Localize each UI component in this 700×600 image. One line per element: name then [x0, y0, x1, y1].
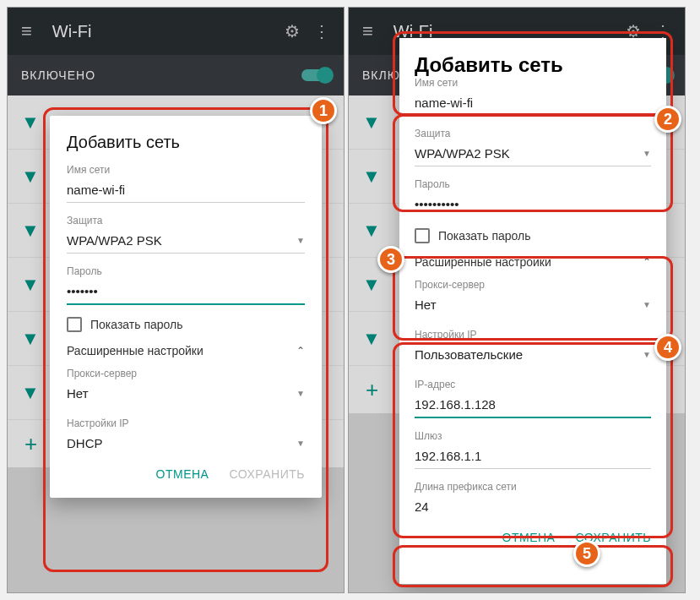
show-password-checkbox[interactable]: Показать пароль: [67, 317, 305, 332]
chevron-up-icon: ⌃: [643, 256, 651, 268]
proxy-label: Прокси-сервер: [415, 279, 651, 291]
security-dropdown[interactable]: WPA/WPA2 PSK▼: [67, 228, 305, 254]
step-badge-4: 4: [654, 334, 681, 361]
ip-settings-label: Настройки IP: [67, 417, 305, 429]
phone-right: ≡ Wi-Fi ⚙ ⋮ ВКЛЮЧЕНО ▼ ▼ ▼ ▼ ▼ + Добавит…: [348, 7, 686, 593]
chevron-down-icon: ▼: [643, 149, 651, 158]
proxy-dropdown[interactable]: Нет▼: [415, 292, 651, 317]
dialog-title: Добавить сеть: [67, 133, 305, 152]
security-label: Защита: [415, 128, 651, 139]
chevron-up-icon: ⌃: [296, 345, 305, 357]
network-name-label: Имя сети: [415, 77, 651, 89]
dialog-actions: ОТМЕНА СОХРАНИТЬ: [67, 467, 305, 481]
password-input[interactable]: ••••••••••: [415, 192, 651, 216]
proxy-dropdown[interactable]: Нет▼: [67, 381, 305, 406]
show-password-label: Показать пароль: [438, 229, 531, 243]
checkbox-icon: [415, 228, 430, 243]
ip-address-label: IP-адрес: [415, 379, 651, 390]
proxy-label: Прокси-сервер: [67, 368, 305, 379]
prefix-input[interactable]: 24: [415, 494, 651, 519]
chevron-down-icon: ▼: [296, 439, 305, 448]
chevron-down-icon: ▼: [643, 350, 651, 359]
gateway-input[interactable]: 192.168.1.1: [415, 444, 651, 469]
prefix-label: Длина префикса сети: [415, 481, 651, 493]
cancel-button[interactable]: ОТМЕНА: [156, 467, 209, 481]
network-name-label: Имя сети: [67, 164, 305, 176]
ip-settings-dropdown[interactable]: DHCP▼: [67, 431, 305, 455]
ip-address-input[interactable]: 192.168.1.128: [415, 392, 651, 418]
add-network-dialog: Добавить сеть Имя сети name-wi-fi Защита…: [50, 116, 322, 498]
save-button[interactable]: СОХРАНИТЬ: [229, 467, 305, 481]
ip-settings-label: Настройки IP: [415, 329, 651, 341]
phone-left: ≡ Wi-Fi ⚙ ⋮ ВКЛЮЧЕНО ▼ ▼ ▼ ▼ ▼ ▼ + Добав…: [7, 7, 345, 593]
advanced-toggle[interactable]: Расширенные настройки ⌃: [67, 344, 305, 357]
security-label: Защита: [67, 215, 305, 226]
password-input[interactable]: •••••••: [67, 279, 305, 305]
chevron-down-icon: ▼: [296, 236, 305, 245]
chevron-down-icon: ▼: [296, 389, 305, 398]
cancel-button[interactable]: ОТМЕНА: [502, 531, 556, 544]
advanced-toggle[interactable]: Расширенные настройки ⌃: [415, 255, 651, 269]
gateway-label: Шлюз: [415, 430, 651, 442]
password-label: Пароль: [415, 178, 651, 190]
network-name-input[interactable]: name-wi-fi: [67, 177, 305, 203]
chevron-down-icon: ▼: [643, 300, 651, 309]
step-badge-3: 3: [377, 246, 404, 273]
dialog-title: Добавить сеть: [415, 53, 651, 77]
dialog-actions: ОТМЕНА СОХРАНИТЬ: [415, 531, 651, 544]
network-name-input[interactable]: name-wi-fi: [415, 90, 651, 116]
security-dropdown[interactable]: WPA/WPA2 PSK▼: [415, 141, 651, 166]
show-password-checkbox[interactable]: Показать пароль: [415, 228, 651, 243]
password-label: Пароль: [67, 265, 305, 277]
step-badge-1: 1: [310, 97, 337, 124]
add-network-dialog: Добавить сеть Имя сети name-wi-fi Защита…: [399, 38, 666, 584]
checkbox-icon: [67, 317, 82, 332]
step-badge-2: 2: [654, 106, 681, 133]
step-badge-5: 5: [573, 540, 600, 567]
ip-settings-dropdown[interactable]: Пользовательские▼: [415, 342, 651, 367]
show-password-label: Показать пароль: [90, 318, 183, 331]
